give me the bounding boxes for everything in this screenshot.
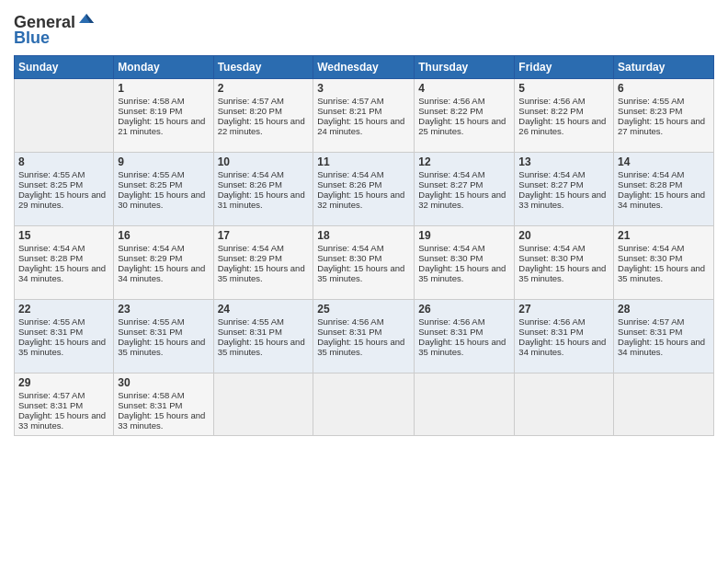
sunrise-label: Sunrise: 4:54 AM — [118, 243, 184, 253]
day-number: 14 — [618, 155, 710, 168]
day-number: 5 — [518, 82, 609, 95]
calendar-cell: 11 Sunrise: 4:54 AM Sunset: 8:26 PM Dayl… — [313, 152, 415, 225]
weekday-header: Saturday — [614, 55, 714, 78]
daylight-label: Daylight: 15 hours and 27 minutes. — [618, 116, 705, 136]
daylight-label: Daylight: 15 hours and 34 minutes. — [518, 337, 606, 357]
sunset-label: Sunset: 8:31 PM — [218, 327, 282, 337]
sunrise-label: Sunrise: 4:56 AM — [317, 316, 383, 327]
daylight-label: Daylight: 15 hours and 29 minutes. — [18, 190, 106, 210]
weekday-header: Friday — [515, 55, 614, 78]
calendar-cell: 2 Sunrise: 4:57 AM Sunset: 8:20 PM Dayli… — [213, 78, 313, 152]
day-number: 28 — [618, 303, 710, 316]
calendar-cell: 28 Sunrise: 4:57 AM Sunset: 8:31 PM Dayl… — [614, 299, 714, 373]
sunset-label: Sunset: 8:30 PM — [317, 253, 381, 263]
sunrise-label: Sunrise: 4:57 AM — [218, 96, 284, 106]
sunrise-label: Sunrise: 4:55 AM — [618, 96, 684, 106]
day-number: 8 — [18, 155, 109, 168]
calendar-cell — [313, 373, 415, 435]
day-number: 19 — [418, 229, 510, 242]
sunrise-label: Sunrise: 4:57 AM — [18, 390, 85, 400]
day-number: 29 — [18, 376, 109, 389]
daylight-label: Daylight: 15 hours and 35 minutes. — [118, 337, 205, 357]
daylight-label: Daylight: 15 hours and 35 minutes. — [518, 263, 606, 283]
sunrise-label: Sunrise: 4:54 AM — [418, 169, 484, 179]
calendar-cell: 17 Sunrise: 4:54 AM Sunset: 8:29 PM Dayl… — [213, 225, 313, 299]
day-number: 1 — [118, 82, 209, 95]
daylight-label: Daylight: 15 hours and 35 minutes. — [317, 337, 404, 357]
calendar-cell: 16 Sunrise: 4:54 AM Sunset: 8:29 PM Dayl… — [114, 225, 213, 299]
day-number: 26 — [418, 303, 510, 316]
page: General Blue SundayMondayTuesdayWednesda… — [0, 0, 728, 563]
calendar-cell: 6 Sunrise: 4:55 AM Sunset: 8:23 PM Dayli… — [614, 78, 714, 152]
sunset-label: Sunset: 8:28 PM — [618, 179, 682, 190]
daylight-label: Daylight: 15 hours and 35 minutes. — [218, 263, 305, 283]
calendar-cell: 20 Sunrise: 4:54 AM Sunset: 8:30 PM Dayl… — [515, 225, 614, 299]
calendar: SundayMondayTuesdayWednesdayThursdayFrid… — [14, 55, 714, 436]
calendar-cell: 27 Sunrise: 4:56 AM Sunset: 8:31 PM Dayl… — [515, 299, 614, 373]
daylight-label: Daylight: 15 hours and 33 minutes. — [118, 410, 205, 431]
weekday-header: Wednesday — [313, 55, 415, 78]
calendar-cell: 9 Sunrise: 4:55 AM Sunset: 8:25 PM Dayli… — [114, 152, 213, 225]
sunrise-label: Sunrise: 4:56 AM — [518, 316, 585, 327]
sunset-label: Sunset: 8:25 PM — [18, 179, 83, 190]
day-number: 25 — [317, 303, 410, 316]
daylight-label: Daylight: 15 hours and 33 minutes. — [518, 190, 606, 210]
day-number: 23 — [118, 303, 209, 316]
calendar-cell — [15, 78, 114, 152]
sunrise-label: Sunrise: 4:54 AM — [317, 169, 383, 179]
sunset-label: Sunset: 8:31 PM — [118, 327, 182, 337]
header: General Blue — [14, 9, 714, 48]
day-number: 24 — [218, 303, 310, 316]
sunset-label: Sunset: 8:25 PM — [118, 179, 182, 190]
daylight-label: Daylight: 15 hours and 26 minutes. — [518, 116, 606, 136]
sunset-label: Sunset: 8:31 PM — [418, 327, 483, 337]
calendar-cell: 30 Sunrise: 4:58 AM Sunset: 8:31 PM Dayl… — [114, 373, 213, 435]
daylight-label: Daylight: 15 hours and 35 minutes. — [618, 263, 705, 283]
daylight-label: Daylight: 15 hours and 21 minutes. — [118, 116, 205, 136]
calendar-cell: 1 Sunrise: 4:58 AM Sunset: 8:19 PM Dayli… — [114, 78, 213, 152]
sunrise-label: Sunrise: 4:58 AM — [118, 96, 184, 106]
sunrise-label: Sunrise: 4:56 AM — [518, 96, 585, 106]
sunset-label: Sunset: 8:22 PM — [418, 106, 483, 116]
calendar-cell: 13 Sunrise: 4:54 AM Sunset: 8:27 PM Dayl… — [515, 152, 614, 225]
calendar-cell: 26 Sunrise: 4:56 AM Sunset: 8:31 PM Dayl… — [415, 299, 515, 373]
calendar-cell: 3 Sunrise: 4:57 AM Sunset: 8:21 PM Dayli… — [313, 78, 415, 152]
day-number: 30 — [118, 376, 209, 389]
calendar-cell — [515, 373, 614, 435]
sunrise-label: Sunrise: 4:54 AM — [218, 243, 284, 253]
weekday-header: Sunday — [15, 55, 114, 78]
sunrise-label: Sunrise: 4:55 AM — [218, 316, 284, 327]
sunrise-label: Sunrise: 4:55 AM — [18, 316, 85, 327]
daylight-label: Daylight: 15 hours and 34 minutes. — [618, 337, 705, 357]
sunset-label: Sunset: 8:31 PM — [18, 327, 83, 337]
sunrise-label: Sunrise: 4:57 AM — [317, 96, 383, 106]
day-number: 21 — [618, 229, 710, 242]
daylight-label: Daylight: 15 hours and 35 minutes. — [418, 263, 506, 283]
sunrise-label: Sunrise: 4:54 AM — [317, 243, 383, 253]
calendar-cell — [614, 373, 714, 435]
sunset-label: Sunset: 8:31 PM — [18, 400, 83, 410]
day-number: 17 — [218, 229, 310, 242]
day-number: 12 — [418, 155, 510, 168]
calendar-cell: 23 Sunrise: 4:55 AM Sunset: 8:31 PM Dayl… — [114, 299, 213, 373]
sunset-label: Sunset: 8:19 PM — [118, 106, 182, 116]
calendar-cell: 15 Sunrise: 4:54 AM Sunset: 8:28 PM Dayl… — [15, 225, 114, 299]
daylight-label: Daylight: 15 hours and 32 minutes. — [418, 190, 506, 210]
daylight-label: Daylight: 15 hours and 22 minutes. — [218, 116, 305, 136]
daylight-label: Daylight: 15 hours and 33 minutes. — [18, 410, 106, 431]
calendar-cell — [213, 373, 313, 435]
day-number: 2 — [218, 82, 310, 95]
calendar-cell: 22 Sunrise: 4:55 AM Sunset: 8:31 PM Dayl… — [15, 299, 114, 373]
sunset-label: Sunset: 8:27 PM — [518, 179, 583, 190]
sunset-label: Sunset: 8:21 PM — [317, 106, 381, 116]
sunrise-label: Sunrise: 4:55 AM — [118, 169, 184, 179]
sunset-label: Sunset: 8:31 PM — [618, 327, 682, 337]
daylight-label: Daylight: 15 hours and 34 minutes. — [618, 190, 705, 210]
calendar-cell: 24 Sunrise: 4:55 AM Sunset: 8:31 PM Dayl… — [213, 299, 313, 373]
sunset-label: Sunset: 8:26 PM — [317, 179, 381, 190]
sunset-label: Sunset: 8:26 PM — [218, 179, 282, 190]
daylight-label: Daylight: 15 hours and 31 minutes. — [218, 190, 305, 210]
weekday-header: Monday — [114, 55, 213, 78]
calendar-cell: 18 Sunrise: 4:54 AM Sunset: 8:30 PM Dayl… — [313, 225, 415, 299]
logo: General Blue — [14, 14, 96, 48]
